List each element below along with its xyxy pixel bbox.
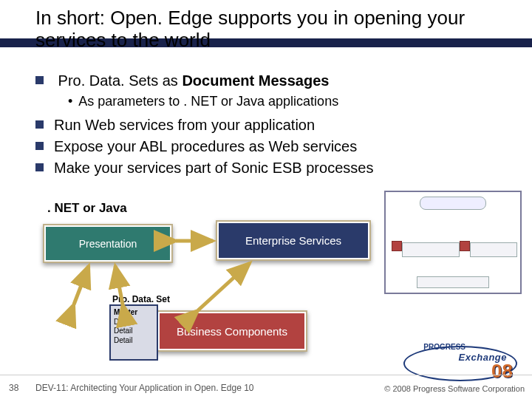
prodataset-box: Master Detail Detail Detail (109, 304, 158, 361)
sub-bullet-1: •As parameters to . NET or Java applicat… (68, 94, 508, 109)
diagram-top-node (420, 197, 486, 210)
pds-row: Detail (114, 336, 154, 346)
bullet-2: Run Web services from your application (35, 117, 508, 134)
label-net-java: . NET or Java (47, 201, 127, 216)
slide-title: In short: Open. Edge supports you in ope… (35, 7, 508, 52)
box-presentation-label: Presentation (79, 238, 137, 250)
slide: In short: Open. Edge supports you in ope… (0, 0, 532, 399)
svg-line-0 (74, 266, 89, 304)
pds-row: Detail (114, 327, 154, 336)
session-title: DEV-11: Architecting Your Application in… (35, 383, 254, 393)
diagram-mid-left (402, 242, 460, 257)
bullet-3: Expose your ABL procedures as Web servic… (35, 138, 508, 155)
footer: 38 DEV-11: Architecting Your Application… (0, 375, 532, 399)
bullet-3-text: Expose your ABL procedures as Web servic… (54, 138, 357, 154)
architecture-diagram (384, 191, 522, 294)
bullet-square-icon (35, 142, 44, 150)
box-business-label: Business Components (177, 325, 287, 338)
svg-line-3 (198, 263, 250, 310)
bullet-square-icon (35, 76, 44, 84)
box-presentation: Presentation (43, 224, 173, 263)
copyright: © 2008 Progress Software Corporation (384, 384, 525, 393)
bullet-4-text: Make your services part of Sonic ESB pro… (54, 160, 373, 176)
bullet-square-icon (35, 120, 44, 129)
pds-row: Detail (114, 318, 154, 327)
box-enterprise-label: Enterprise Services (245, 234, 341, 247)
logo-progress-text: PROGRESS (423, 343, 466, 351)
diagram-right-icon (460, 241, 470, 251)
bullet-2-text: Run Web services from your application (54, 117, 315, 133)
bullet-1-text-pre: Pro. Data. Sets as (58, 72, 183, 89)
dot-icon: • (68, 94, 72, 109)
prodataset-label: Pro. Data. Set (111, 294, 171, 304)
bullet-1: Pro. Data. Sets as Document Messages (35, 72, 508, 89)
page-number: 38 (9, 383, 18, 393)
bullet-4: Make your services part of Sonic ESB pro… (35, 160, 508, 177)
box-enterprise-services: Enterprise Services (216, 220, 371, 261)
diagram-mid-right (470, 242, 517, 257)
bullet-square-icon (35, 163, 44, 171)
pds-row: Master (114, 308, 154, 318)
bullet-list: Pro. Data. Sets as Document Messages •As… (35, 68, 508, 181)
bullet-1-text-bold: Document Messages (182, 72, 329, 89)
box-business-components: Business Components (157, 310, 307, 352)
sub-bullet-1-text: As parameters to . NET or Java applicati… (78, 94, 338, 109)
diagram-left-icon (392, 241, 402, 251)
diagram-bottom-node (417, 276, 489, 288)
